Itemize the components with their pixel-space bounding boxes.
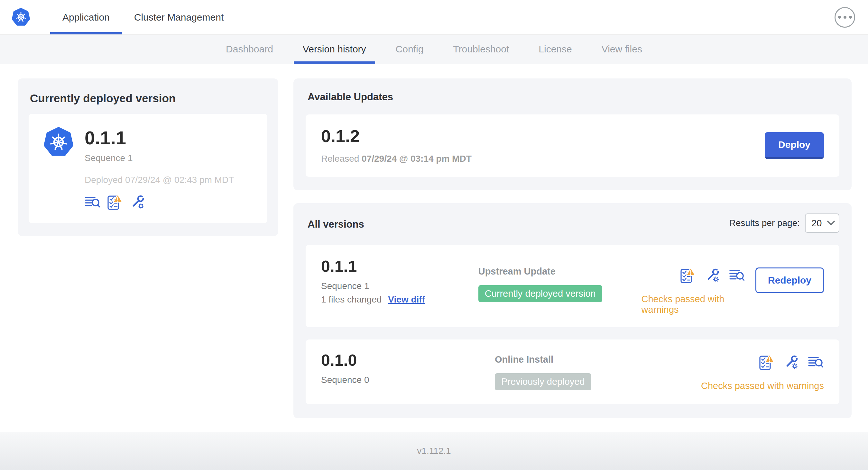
deploy-button[interactable]: Deploy (765, 132, 824, 159)
tab-troubleshoot[interactable]: Troubleshoot (438, 35, 524, 64)
row-version-number: 0.1.1 (321, 259, 478, 274)
app-footer: v1.112.1 (0, 432, 868, 470)
row-version-actions (759, 354, 824, 370)
checks-status-text: Checks passed with warnings (701, 381, 824, 391)
currently-deployed-title: Currently deployed version (30, 92, 267, 105)
version-row: 0.1.1 Sequence 1 1 files changed View di… (306, 245, 839, 327)
version-source-label: Upstream Update (478, 266, 642, 277)
logs-icon[interactable] (729, 267, 745, 283)
logs-icon[interactable] (85, 194, 101, 210)
results-per-page-label: Results per page: (729, 218, 800, 228)
row-version-number: 0.1.0 (321, 352, 495, 368)
results-per-page-select[interactable]: 20 (805, 213, 839, 233)
overflow-menu-button[interactable] (835, 7, 855, 28)
currently-deployed-card: 0.1.1 Sequence 1 Deployed 07/29/24 @ 02:… (29, 114, 267, 223)
config-icon[interactable] (783, 354, 800, 370)
status-badge: Currently deployed version (478, 285, 602, 302)
tab-cluster-management-label: Cluster Management (134, 12, 224, 23)
tab-license[interactable]: License (524, 35, 587, 64)
tab-dashboard[interactable]: Dashboard (211, 35, 288, 64)
logs-icon[interactable] (808, 354, 824, 370)
tab-application[interactable]: Application (50, 0, 122, 34)
status-badge: Previously deployed (495, 373, 591, 390)
config-icon[interactable] (705, 267, 721, 283)
files-changed-label: 1 files changed (321, 295, 381, 305)
version-row: 0.1.0 Sequence 0 Online Install Previous… (306, 339, 839, 404)
ellipsis-icon (838, 16, 841, 19)
top-navbar: Application Cluster Management (0, 0, 868, 35)
app-subnav: Dashboard Version history Config Trouble… (0, 35, 868, 64)
view-diff-link[interactable]: View diff (388, 295, 425, 305)
tab-application-label: Application (62, 12, 110, 23)
update-released-timestamp: Released 07/29/24 @ 03:14 pm MDT (321, 154, 472, 164)
row-sequence-label: Sequence 0 (321, 375, 495, 385)
update-version-number: 0.1.2 (321, 127, 472, 145)
preflight-checks-warning-icon[interactable] (107, 194, 123, 210)
all-versions-panel: All versions Results per page: 20 (293, 203, 851, 418)
preflight-checks-warning-icon[interactable] (680, 267, 696, 283)
tab-version-history[interactable]: Version history (288, 35, 381, 64)
available-updates-panel: Available Updates 0.1.2 Released 07/29/2… (293, 78, 851, 190)
row-version-actions (680, 267, 745, 283)
deployed-version-number: 0.1.1 (85, 129, 132, 147)
deployed-version-actions (85, 194, 253, 210)
kubernetes-app-icon (43, 127, 74, 158)
redeploy-button[interactable]: Redeploy (755, 267, 824, 293)
available-updates-title: Available Updates (308, 91, 839, 103)
tab-view-files[interactable]: View files (587, 35, 657, 64)
right-column: Available Updates 0.1.2 Released 07/29/2… (293, 78, 851, 418)
currently-deployed-panel: Currently deployed version 0.1.1 Sequenc… (18, 78, 278, 236)
checks-status-text: Checks passed with warnings (642, 294, 745, 315)
app-window: Application Cluster Management Dashboard… (0, 0, 868, 470)
results-per-page: Results per page: 20 (729, 213, 839, 233)
results-per-page-select-box: 20 (805, 213, 839, 233)
all-versions-title: All versions (308, 219, 364, 230)
console-version-label: v1.112.1 (417, 446, 451, 456)
tab-config[interactable]: Config (381, 35, 438, 64)
config-icon[interactable] (130, 194, 146, 210)
update-card: 0.1.2 Released 07/29/24 @ 03:14 pm MDT D… (306, 114, 839, 177)
preflight-checks-warning-icon[interactable] (759, 354, 775, 370)
row-sequence-label: Sequence 1 (321, 281, 478, 291)
version-source-label: Online Install (495, 354, 675, 365)
kubernetes-logo-icon (11, 8, 30, 27)
main-content: Currently deployed version 0.1.1 Sequenc… (0, 64, 868, 418)
top-tabs: Application Cluster Management (50, 0, 236, 34)
deployed-timestamp: Deployed 07/29/24 @ 02:43 pm MDT (85, 175, 253, 185)
tab-cluster-management[interactable]: Cluster Management (122, 0, 236, 34)
deployed-sequence-label: Sequence 1 (85, 153, 132, 163)
